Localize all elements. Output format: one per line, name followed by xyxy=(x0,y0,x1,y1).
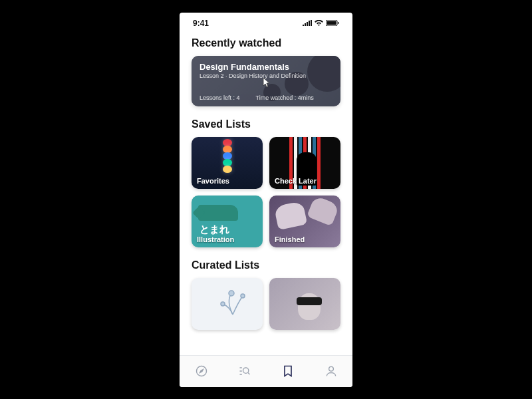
svg-point-5 xyxy=(221,302,225,306)
crocodile-artwork xyxy=(198,205,238,221)
tab-bookmarks[interactable] xyxy=(273,364,303,378)
status-indicators xyxy=(303,19,339,28)
signal-icon xyxy=(303,20,312,26)
compass-icon xyxy=(195,364,208,378)
phone-frame: 9:41 Recently watched Design Fundamental… xyxy=(180,13,352,387)
tile-label: Check Later xyxy=(275,177,317,185)
person-icon xyxy=(325,364,338,378)
saved-list-tile-checklater[interactable]: Check Later xyxy=(269,137,340,189)
curated-lists-title: Curated Lists xyxy=(192,259,340,271)
tab-profile[interactable] xyxy=(317,364,346,378)
svg-point-11 xyxy=(243,368,248,373)
cursor-icon xyxy=(261,77,271,89)
lessons-left-label: Lessons left : 4 xyxy=(200,94,240,101)
saved-list-tile-illustration[interactable]: とまれ Illustration xyxy=(192,196,263,247)
lanterns-artwork xyxy=(219,140,235,173)
vr-person-artwork xyxy=(291,288,327,325)
saved-list-tile-favorites[interactable]: Favorites xyxy=(192,137,263,189)
status-time: 9:41 xyxy=(193,19,209,28)
tile-label: Favorites xyxy=(197,177,229,185)
curated-list-tile-1[interactable] xyxy=(192,278,263,330)
svg-rect-2 xyxy=(338,22,339,24)
search-list-icon xyxy=(238,364,251,378)
recently-watched-title: Recently watched xyxy=(192,37,340,49)
svg-point-13 xyxy=(329,366,333,371)
tile-label: Illustration xyxy=(197,235,234,243)
recently-watched-card[interactable]: Design Fundamentals Lesson 2 · Design Hi… xyxy=(192,56,340,106)
saved-list-tile-finished[interactable]: Finished xyxy=(269,196,340,247)
svg-point-4 xyxy=(241,294,245,298)
tab-bar xyxy=(180,355,352,387)
curated-lists-grid xyxy=(192,278,340,330)
svg-line-12 xyxy=(248,373,250,375)
saved-lists-title: Saved Lists xyxy=(192,118,340,130)
japanese-text: とまれ xyxy=(200,223,229,236)
svg-point-3 xyxy=(229,291,234,296)
battery-icon xyxy=(326,20,339,26)
saved-lists-grid: Favorites Check Later とまれ Illustr xyxy=(192,137,340,247)
curated-list-tile-2[interactable] xyxy=(269,278,340,330)
wifi-icon xyxy=(315,20,323,26)
hero-footer: Lessons left : 4 Time watched : 4mins xyxy=(200,94,332,101)
svg-rect-1 xyxy=(327,21,336,25)
time-watched-label: Time watched : 4mins xyxy=(256,94,314,101)
bookmark-icon xyxy=(281,364,295,378)
status-bar: 9:41 xyxy=(180,13,352,31)
tab-search[interactable] xyxy=(230,364,259,378)
floral-artwork xyxy=(213,288,253,325)
tile-label: Finished xyxy=(275,235,305,243)
tab-explore[interactable] xyxy=(187,364,216,378)
svg-marker-7 xyxy=(200,370,203,373)
main-content[interactable]: Recently watched Design Fundamentals Les… xyxy=(180,31,352,355)
hero-title: Design Fundamentals xyxy=(200,62,332,72)
